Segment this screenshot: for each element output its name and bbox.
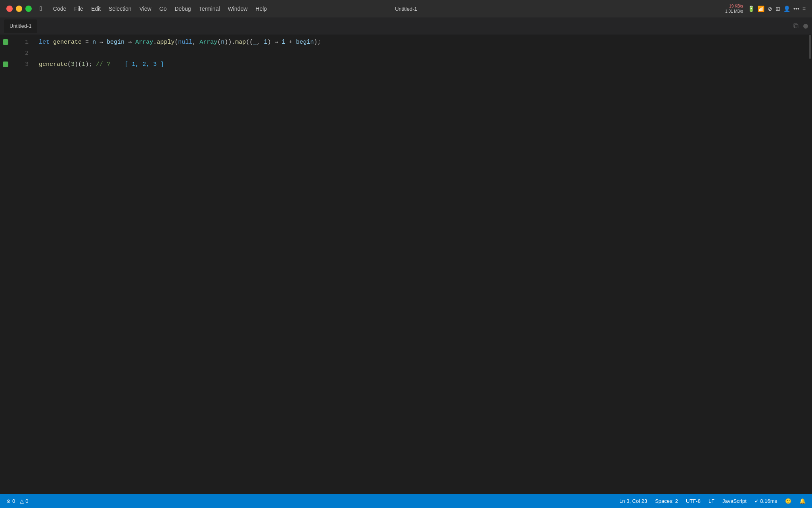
op-spacing [110,61,124,68]
status-bar: ⊗ 0 △ 0 Ln 3, Col 23 Spaces: 2 UTF-8 LF … [0,494,812,508]
network-speed: 19 KB/s 1.01 MB/s [725,4,743,14]
status-right: Ln 3, Col 23 Spaces: 2 UTF-8 LF JavaScri… [619,498,806,504]
punct-comma-2: , [257,39,264,46]
scrollbar-track[interactable] [808,35,812,494]
apple-icon:  [40,5,42,12]
breakpoint-column [0,35,11,494]
editor-area: 1 2 3 let generate = n ⇒ begin ⇒ Array.a… [0,35,812,494]
var-i: i [282,39,285,46]
network-upload: 19 KB/s [729,4,743,9]
arg-n: n [221,39,224,46]
punct-open-4: ( [67,61,71,68]
menu-go[interactable]: Go [155,4,171,13]
wifi-icon: 📶 [758,6,764,12]
line-num-1: 1 [11,37,29,48]
scrollbar-thumb[interactable] [809,35,811,59]
indentation[interactable]: Spaces: 2 [655,498,678,504]
error-icon: ⊗ [6,498,11,504]
builtin-array: Array [135,39,153,46]
param-n: n [92,39,96,46]
arrow-3: ⇒ [271,38,282,46]
warning-count: 0 [25,498,28,504]
num-3: 3 [71,61,75,68]
code-line-3: generate(3)(1); // ? [ 1, 2, 3 ] [39,59,808,70]
anon-underscore: _ [253,39,257,46]
breakpoint-1[interactable] [0,37,11,48]
punct-open-1: ( [174,39,178,46]
minimize-button[interactable] [16,6,22,12]
method-map: map [235,39,246,46]
menu-window[interactable]: Window [224,4,252,13]
breakpoint-dot-3 [3,62,8,67]
breakpoint-2[interactable] [0,48,11,59]
feedback-icon[interactable]: 🙂 [785,498,791,504]
errors-item[interactable]: ⊗ 0 △ 0 [6,498,28,504]
user-icon: 👤 [783,6,790,12]
encoding[interactable]: UTF-8 [686,498,701,504]
maximize-button[interactable] [25,6,32,12]
cursor-position[interactable]: Ln 3, Col 23 [619,498,647,504]
comment-text: // ? [92,61,110,68]
notification-icon[interactable]: 🔔 [799,498,806,504]
line-numbers: 1 2 3 [11,35,35,494]
battery-icon: 🔋 [748,6,755,12]
editor-tab[interactable]: Untitled-1 [4,19,37,33]
menu-bar:  Code File Edit Selection View Go Debug… [0,4,812,14]
punct-close-1: )) [224,39,232,46]
overflow-icon: ••• [793,6,799,12]
code-editor[interactable]: let generate = n ⇒ begin ⇒ Array.apply(n… [35,35,808,494]
punct-open-2: ( [217,39,221,46]
close-button[interactable] [6,6,13,12]
breakpoint-3[interactable] [0,59,11,70]
window-title: Untitled-1 [395,6,417,12]
num-1: 1 [82,61,85,68]
network-download: 1.01 MB/s [725,9,743,14]
menu-extra-icon: ≡ [802,6,806,12]
menu-edit[interactable]: Edit [87,4,105,13]
split-editor-icon[interactable]: ⧉ [793,22,799,30]
line-num-3: 3 [11,59,29,70]
punct-close-3: ); [314,39,321,46]
null-keyword: null [178,39,192,46]
menu-help[interactable]: Help [251,4,271,13]
status-left: ⊗ 0 △ 0 [6,498,28,504]
menu-terminal[interactable]: Terminal [195,4,224,13]
eol[interactable]: LF [709,498,714,504]
donotdisturb-icon: ⊘ [768,6,772,12]
timing: ✓ 8.16ms [755,498,777,504]
arrow-2: ⇒ [124,38,135,46]
more-actions-icon[interactable] [803,24,808,29]
status-icons: 🔋 📶 ⊘ ⊞ 👤 ••• ≡ [748,6,806,12]
language-mode[interactable]: JavaScript [722,498,747,504]
punct-open-3: (( [246,39,253,46]
menu-debug[interactable]: Debug [170,4,195,13]
anon-i: i [264,39,267,46]
menu-selection[interactable]: Selection [105,4,136,13]
punct-comma-1: , [192,39,199,46]
line-num-2: 2 [11,48,29,59]
tab-bar: Untitled-1 ⧉ [0,17,812,35]
menu-view[interactable]: View [136,4,155,13]
menu-code[interactable]: Code [49,4,70,13]
punct-close-4: )( [75,61,82,68]
code-line-1: let generate = n ⇒ begin ⇒ Array.apply(n… [39,37,808,48]
error-count: 0 [12,498,15,504]
menu-file[interactable]: File [70,4,87,13]
punct-close-5: ); [85,61,92,68]
tab-label: Untitled-1 [10,23,32,29]
op-assign: = [82,39,92,46]
punct-dot-2: . [232,39,235,46]
code-line-2 [39,48,808,59]
punct-dot-1: . [153,39,157,46]
op-plus: + [285,39,296,46]
window-controls [6,6,32,12]
warning-icon: △ [20,498,24,504]
builtin-array-2: Array [199,39,217,46]
controlcenter-icon: ⊞ [776,6,780,12]
var-begin: begin [296,39,314,46]
method-apply: apply [157,39,174,46]
breakpoint-dot-1 [3,39,8,45]
right-status-area: 19 KB/s 1.01 MB/s 🔋 📶 ⊘ ⊞ 👤 ••• ≡ [725,4,806,14]
arrow-1: ⇒ [96,38,107,46]
titlebar:  Code File Edit Selection View Go Debug… [0,0,812,17]
